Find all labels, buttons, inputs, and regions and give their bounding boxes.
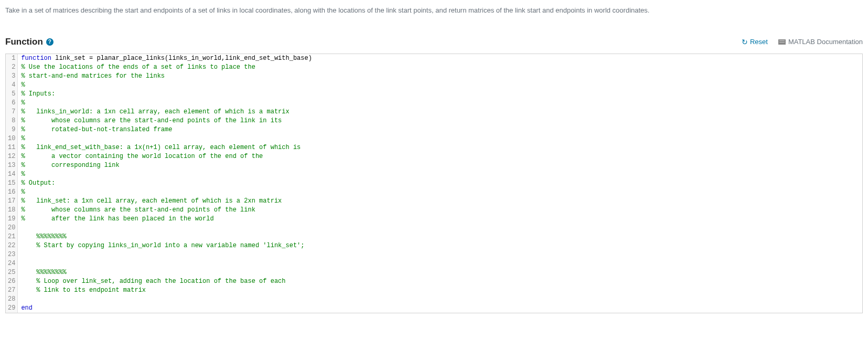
code-token-comment: % start-and-end matrices for the links [21, 72, 165, 80]
code-token-comment: %%%%%%%% [21, 233, 66, 240]
reset-button[interactable]: ↻ Reset [742, 38, 768, 46]
code-content[interactable]: function link_set = planar_place_links(l… [18, 54, 862, 313]
code-token-comment: % link_end_set_with_base: a 1x(n+1) cell… [21, 144, 301, 151]
code-line[interactable]: % whose columns are the start-and-end po… [21, 117, 862, 125]
line-number: 29 [8, 304, 15, 313]
line-number: 2 [8, 63, 15, 72]
line-number: 8 [8, 117, 15, 125]
code-token-comment: % Start by copying links_in_world into a… [21, 242, 304, 249]
line-number: 28 [8, 295, 15, 304]
code-line[interactable]: % [21, 99, 862, 108]
line-number: 10 [8, 134, 15, 143]
code-token-comment: %%%%%%%% [21, 269, 66, 276]
code-line[interactable]: % rotated-but-not-translated frame [21, 125, 862, 134]
code-line[interactable]: % after the link has been placed in the … [21, 215, 862, 224]
code-line[interactable]: % Start by copying links_in_world into a… [21, 241, 862, 250]
line-number: 13 [8, 161, 15, 170]
matlab-documentation-link[interactable]: MATLAB Documentation [778, 38, 863, 46]
line-number: 9 [8, 125, 15, 134]
code-token-keyword: end [21, 304, 33, 312]
code-line[interactable] [21, 224, 862, 232]
code-token-comment: % whose columns are the start-and-end po… [21, 206, 255, 214]
code-token-comment: % [21, 135, 25, 142]
reset-icon: ↻ [742, 38, 748, 46]
line-number-gutter: 1234567891011121314151617181920212223242… [6, 54, 18, 313]
line-number: 16 [8, 188, 15, 197]
line-number: 25 [8, 268, 15, 277]
code-line[interactable] [21, 259, 862, 268]
line-number: 11 [8, 143, 15, 152]
code-token-comment: % whose columns are the start-and-end po… [21, 117, 282, 124]
code-token-comment: % [21, 188, 25, 196]
line-number: 5 [8, 90, 15, 99]
code-line[interactable]: % start-and-end matrices for the links [21, 72, 862, 81]
code-line[interactable]: % corresponding link [21, 161, 862, 170]
code-line[interactable]: % links_in_world: a 1xn cell array, each… [21, 108, 862, 117]
documentation-label: MATLAB Documentation [788, 38, 863, 46]
code-line[interactable]: % [21, 170, 862, 179]
code-line[interactable]: % Output: [21, 179, 862, 188]
code-line[interactable]: function link_set = planar_place_links(l… [21, 54, 862, 63]
code-token-comment: % [21, 99, 25, 107]
code-line[interactable]: %%%%%%%% [21, 268, 862, 277]
line-number: 27 [8, 286, 15, 295]
code-token-comment: % Use the locations of the ends of a set… [21, 63, 255, 71]
code-token-comment: % [21, 171, 25, 178]
documentation-icon [778, 39, 786, 45]
line-number: 20 [8, 224, 15, 232]
code-line[interactable]: % Inputs: [21, 90, 862, 99]
line-number: 26 [8, 277, 15, 286]
help-icon[interactable]: ? [46, 38, 53, 46]
line-number: 22 [8, 241, 15, 250]
code-line[interactable]: % link_end_set_with_base: a 1x(n+1) cell… [21, 143, 862, 152]
code-line[interactable]: % a vector containing the world location… [21, 152, 862, 161]
line-number: 14 [8, 170, 15, 179]
code-line[interactable]: %%%%%%%% [21, 232, 862, 241]
line-number: 23 [8, 250, 15, 259]
code-token-comment: % links_in_world: a 1xn cell array, each… [21, 108, 289, 115]
line-number: 15 [8, 179, 15, 188]
code-line[interactable]: end [21, 304, 862, 313]
code-line[interactable] [21, 250, 862, 259]
code-line[interactable]: % link_set: a 1xn cell array, each eleme… [21, 197, 862, 206]
line-number: 1 [8, 54, 15, 63]
code-token-comment: % after the link has been placed in the … [21, 215, 213, 223]
reset-label: Reset [750, 38, 768, 46]
function-header-left: Function ? [5, 37, 53, 47]
code-line[interactable]: % [21, 188, 862, 197]
function-header-right: ↻ Reset MATLAB Documentation [742, 38, 863, 46]
code-line[interactable]: % whose columns are the start-and-end po… [21, 206, 862, 215]
problem-description: Take in a set of matrices describing the… [5, 5, 863, 16]
code-line[interactable]: % link to its endpoint matrix [21, 286, 862, 295]
line-number: 19 [8, 215, 15, 224]
line-number: 18 [8, 206, 15, 215]
code-token-plain: link_set = planar_place_links(links_in_w… [51, 55, 312, 62]
line-number: 6 [8, 99, 15, 108]
code-token-keyword: function [21, 55, 51, 62]
code-token-comment: % Inputs: [21, 90, 55, 98]
line-number: 4 [8, 81, 15, 90]
line-number: 3 [8, 72, 15, 81]
line-number: 24 [8, 259, 15, 268]
code-token-comment: % corresponding link [21, 162, 119, 169]
function-header: Function ? ↻ Reset MATLAB Documentation [5, 37, 863, 47]
code-token-comment: % a vector containing the world location… [21, 153, 263, 160]
code-line[interactable]: % Loop over link_set, adding each the lo… [21, 277, 862, 286]
code-line[interactable]: % [21, 134, 862, 143]
code-token-comment: % link to its endpoint matrix [21, 287, 146, 294]
code-line[interactable]: % [21, 81, 862, 90]
code-token-comment: % Output: [21, 179, 55, 187]
code-line[interactable] [21, 295, 862, 304]
line-number: 17 [8, 197, 15, 206]
code-line[interactable]: % Use the locations of the ends of a set… [21, 63, 862, 72]
code-token-comment: % Loop over link_set, adding each the lo… [21, 278, 285, 285]
line-number: 12 [8, 152, 15, 161]
code-token-comment: % link_set: a 1xn cell array, each eleme… [21, 197, 282, 205]
code-editor[interactable]: 1234567891011121314151617181920212223242… [5, 54, 863, 313]
code-token-comment: % rotated-but-not-translated frame [21, 126, 172, 133]
section-title: Function [5, 37, 43, 47]
line-number: 7 [8, 108, 15, 117]
line-number: 21 [8, 232, 15, 241]
code-token-comment: % [21, 81, 25, 89]
